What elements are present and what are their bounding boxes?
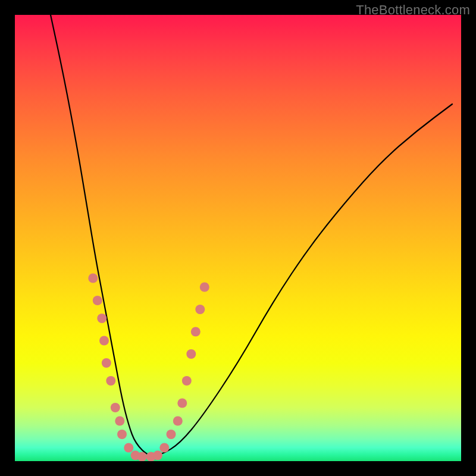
sample-point (102, 358, 111, 368)
sample-point (195, 305, 205, 314)
sample-point (137, 452, 147, 462)
bottleneck-curve-svg (15, 15, 461, 461)
sample-point (182, 376, 192, 386)
sample-point (159, 443, 169, 453)
sample-point (106, 376, 115, 386)
sample-point (88, 274, 98, 283)
sample-point (115, 416, 124, 426)
sample-point (117, 430, 127, 439)
sample-point (191, 327, 201, 337)
sample-point (200, 283, 209, 292)
sample-point (97, 314, 107, 323)
sample-point (153, 450, 162, 460)
sample-point (99, 336, 109, 346)
chart-plot-area (15, 15, 461, 461)
sample-point (186, 349, 196, 359)
sample-markers (88, 274, 209, 462)
sample-point (111, 403, 120, 412)
sample-point (173, 416, 183, 426)
bottleneck-curve (51, 15, 452, 456)
sample-point (93, 296, 102, 305)
sample-point (167, 430, 176, 439)
watermark-text: TheBottleneck.com (356, 2, 470, 18)
sample-point (124, 443, 133, 453)
sample-point (177, 399, 187, 408)
